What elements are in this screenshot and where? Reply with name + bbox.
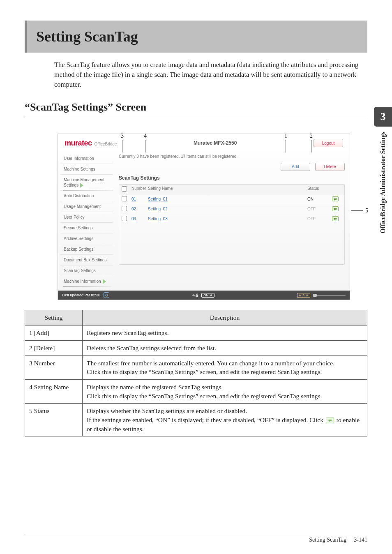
add-button[interactable]: Add (281, 163, 310, 171)
footer-title: Setting ScanTag (309, 537, 346, 543)
row-number-link[interactable]: 01 (131, 197, 148, 201)
sidebar-item-user-policy[interactable]: User Policy (60, 212, 113, 222)
callout-3: 3 (121, 133, 124, 152)
device-model: Muratec MFX-2550 (194, 140, 237, 146)
intro-paragraph: The ScanTag feature allows you to create… (54, 60, 367, 90)
sidebar: User Information Machine Settings Machin… (58, 151, 115, 291)
brand-sub: OfficeBridge (95, 142, 117, 146)
callout-1: 1 (284, 133, 287, 152)
row-status: OFF (307, 207, 332, 211)
sidebar-item-user-information[interactable]: User Information (60, 153, 113, 164)
zoom-slider[interactable] (313, 295, 346, 296)
table-row: 03 Setting_03 OFF ⇄ (119, 214, 344, 224)
status-bar: Last updated:PM 02:30 ↻ ➔🖨 ON ⇄ A A A (58, 291, 350, 300)
table-row: 01 Setting_01 ON ⇄ (119, 194, 344, 204)
status-message: Currently 3 have been registered. 17 ite… (119, 154, 345, 159)
row-status: OFF (307, 217, 332, 221)
row-checkbox[interactable] (122, 216, 127, 221)
table-row: 02 Setting_02 OFF ⇄ (119, 204, 344, 214)
row-checkbox[interactable] (122, 206, 127, 211)
sidebar-item-archive-settings[interactable]: Archive Settings (60, 233, 113, 244)
row-name-link[interactable]: Setting_01 (148, 197, 168, 201)
brand: muratec OfficeBridge (65, 139, 117, 148)
triangle-icon (80, 183, 83, 188)
page-title: Setting ScanTag (36, 28, 358, 45)
panel-title: ScanTag Settings (119, 175, 345, 181)
sidebar-item-auto-distribution[interactable]: Auto Distribution (60, 190, 113, 201)
sidebar-item-machine-management[interactable]: Machine Management Settings (60, 174, 113, 190)
callout-2: 2 (310, 133, 313, 152)
col-number: Number (131, 186, 148, 192)
callout-5: 5 (351, 208, 368, 214)
th-setting: Setting (25, 310, 83, 325)
cell-setting: 1 [Add] (25, 325, 83, 341)
desc-row: 2 [Delete] Deletes the ScanTag settings … (25, 340, 367, 355)
screenshot-figure: 3 4 1 2 5 muratec OfficeBridge Muratec M… (58, 134, 355, 300)
sidebar-item-machine-information[interactable]: Machine Information (60, 276, 113, 286)
app-window: muratec OfficeBridge Muratec MFX-2550 Lo… (58, 134, 350, 300)
sidebar-item-backup-settings[interactable]: Backup Settings (60, 244, 113, 254)
select-all-checkbox[interactable] (122, 186, 127, 192)
main-panel: Currently 3 have been registered. 17 ite… (115, 151, 350, 291)
toggle-icon[interactable]: ⇄ (332, 206, 339, 211)
cell-desc: Displays whether the ScanTag settings ar… (83, 404, 367, 436)
section-subheading: “ScanTag Settings” Screen (25, 101, 367, 117)
cell-desc: Deletes the ScanTag settings selected fr… (83, 340, 367, 355)
page-footer: Setting ScanTag 3-141 (25, 534, 367, 543)
refresh-icon[interactable]: ↻ (104, 292, 109, 298)
inline-toggle-icon: ⇄ (326, 418, 334, 423)
desc-row: 1 [Add] Registers new ScanTag settings. (25, 325, 367, 341)
cell-setting: 5 Status (25, 404, 83, 436)
logout-button[interactable]: Logout (314, 139, 343, 147)
desc-row: 3 Number The smallest free number is aut… (25, 355, 367, 379)
desc-row: 4 Setting Name Displays the name of the … (25, 379, 367, 403)
chapter-tab: 3 (374, 107, 392, 127)
sidebar-item-machine-settings[interactable]: Machine Settings (60, 164, 113, 174)
col-name: Setting Name (148, 186, 307, 192)
delete-button[interactable]: Delete (315, 163, 345, 171)
page-title-bar: Setting ScanTag (25, 21, 367, 53)
th-description: Description (83, 310, 367, 325)
row-name-link[interactable]: Setting_02 (148, 207, 168, 211)
footer-page-number: 3-141 (354, 537, 367, 543)
sidebar-item-scantag-settings[interactable]: ScanTag Settings (60, 265, 113, 276)
cell-setting: 2 [Delete] (25, 340, 83, 355)
desc-row: 5 Status Displays whether the ScanTag se… (25, 404, 367, 436)
cell-desc: Registers new ScanTag settings. (83, 325, 367, 341)
printer-icon: ➔🖨 (192, 293, 199, 297)
settings-grid: Number Setting Name Status 01 Setting_01… (119, 184, 345, 265)
chapter-side-label: OfficeBridge Administrator Settings (378, 132, 388, 247)
font-size-control[interactable]: A A A (297, 293, 310, 298)
brand-main: muratec (65, 139, 92, 148)
row-number-link[interactable]: 03 (131, 217, 148, 221)
row-status: ON (307, 197, 332, 201)
status-on-pill: ON ⇄ (201, 293, 214, 298)
row-checkbox[interactable] (122, 196, 127, 201)
description-table: Setting Description 1 [Add] Registers ne… (25, 310, 367, 436)
toggle-icon[interactable]: ⇄ (332, 216, 339, 221)
row-name-link[interactable]: Setting_03 (148, 217, 168, 221)
cell-setting: 3 Number (25, 355, 83, 379)
sidebar-item-document-box[interactable]: Document Box Settings (60, 254, 113, 265)
callout-4: 4 (144, 133, 147, 152)
cell-setting: 4 Setting Name (25, 379, 83, 403)
cell-desc: The smallest free number is automaticall… (83, 355, 367, 379)
sidebar-item-secure-settings[interactable]: Secure Settings (60, 222, 113, 233)
last-updated: Last updated:PM 02:30 (62, 293, 100, 297)
grid-header: Number Setting Name Status (119, 185, 344, 194)
col-status: Status (307, 186, 332, 192)
cell-desc: Displays the name of the registered Scan… (83, 379, 367, 403)
row-number-link[interactable]: 02 (131, 207, 148, 211)
toggle-icon[interactable]: ⇄ (332, 196, 339, 201)
grid-scroll[interactable]: 01 Setting_01 ON ⇄ 02 Setting_02 OFF ⇄ (119, 194, 344, 264)
sidebar-item-usage-management[interactable]: Usage Management (60, 201, 113, 212)
triangle-icon (103, 279, 106, 284)
app-header: muratec OfficeBridge Muratec MFX-2550 Lo… (58, 134, 350, 151)
